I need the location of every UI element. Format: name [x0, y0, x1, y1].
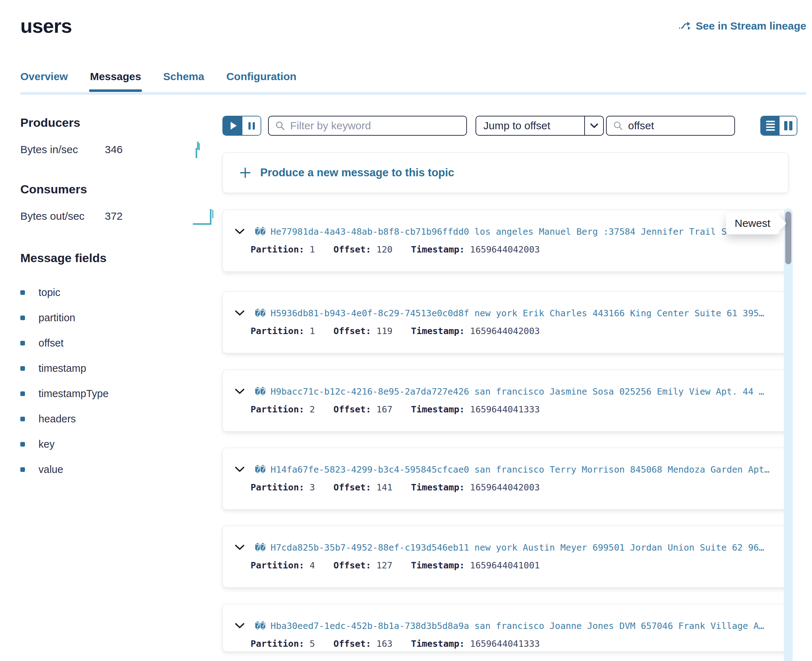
bytes-in-value: 346 — [105, 144, 123, 156]
newest-tooltip-label: Newest — [735, 217, 770, 229]
message-fields-list: topic partition offset timestamp — [20, 280, 206, 482]
offset-search-field — [606, 116, 735, 136]
message-preview: ��H9bacc71c-b12c-4216-8e95-2a7da727e426 … — [255, 386, 775, 397]
offset-meta: Offset:119 — [334, 326, 393, 336]
partition-meta: Partition:4 — [251, 560, 315, 570]
message-fields-block: Message fields topic partition offse — [20, 251, 206, 482]
field-label: headers — [38, 413, 76, 425]
partition-meta: Partition:2 — [251, 404, 315, 415]
topic-messages-page: users See in Stream lineage Overview Mes… — [0, 0, 812, 661]
expand-chevron-icon[interactable] — [235, 388, 245, 396]
message-preview-text: Hba30eed7-1edc-452b-8b1a-738d3b5d8a9a sa… — [271, 621, 764, 631]
field-bullet-icon — [20, 391, 25, 396]
timestamp-meta: Timestamp:1659644042003 — [411, 482, 540, 493]
message-preview: ��H5936db81-b943-4e0f-8c29-74513e0c0d8f … — [255, 308, 775, 318]
timestamp-meta: Timestamp:1659644041333 — [411, 639, 540, 649]
offset-search-input[interactable] — [628, 120, 734, 132]
tab-messages[interactable]: Messages — [90, 70, 141, 92]
jump-select-value: Jump to offset — [476, 120, 579, 132]
decode-error-glyphs: �� — [255, 308, 266, 318]
bytes-in-metric: Bytes in/sec 346 — [20, 141, 206, 159]
message-preview: ��He77981da-4a43-48ab-b8f8-cb71b96ffdd0 … — [255, 227, 775, 237]
message-field-item: partition — [20, 305, 206, 330]
search-icon — [275, 121, 285, 131]
stream-lineage-icon — [678, 21, 691, 31]
play-button[interactable] — [223, 117, 242, 135]
message-row[interactable]: ��H5936db81-b943-4e0f-8c29-74513e0c0d8f … — [223, 291, 788, 353]
keyword-filter-input[interactable] — [290, 120, 466, 132]
chevron-down-icon — [590, 123, 599, 128]
field-label: offset — [38, 337, 64, 349]
message-field-item: key — [20, 432, 206, 457]
play-icon — [231, 122, 237, 129]
message-meta: Partition:1 Offset:119 Timestamp:1659644… — [251, 326, 540, 336]
field-label: key — [38, 438, 54, 450]
expand-chevron-icon[interactable] — [235, 544, 245, 552]
offset-meta: Offset:120 — [334, 244, 393, 255]
lineage-link-label: See in Stream lineage — [696, 20, 806, 32]
message-row[interactable]: ��He77981da-4a43-48ab-b8f8-cb71b96ffdd0 … — [223, 210, 788, 272]
field-bullet-icon — [20, 467, 25, 472]
partition-meta: Partition:1 — [251, 326, 315, 336]
message-list-scrollbar-thumb[interactable] — [785, 212, 791, 264]
newest-tooltip: Newest — [726, 212, 780, 234]
see-in-stream-lineage-link[interactable]: See in Stream lineage — [678, 20, 806, 32]
decode-error-glyphs: �� — [255, 465, 266, 475]
expand-chevron-icon[interactable] — [235, 466, 245, 474]
message-preview-text: H5936db81-b943-4e0f-8c29-74513e0c0d8f ne… — [271, 308, 764, 318]
field-label: topic — [38, 287, 60, 299]
message-row[interactable]: ��H7cda825b-35b7-4952-88ef-c193d546eb11 … — [223, 526, 788, 588]
tab-bar: Overview Messages Schema Configuration — [20, 70, 806, 95]
consumer-sparkline-icon — [192, 206, 220, 228]
message-field-item: timestampType — [20, 381, 206, 406]
offset-meta: Offset:127 — [334, 560, 393, 570]
offset-meta: Offset:141 — [334, 482, 393, 493]
message-preview: ��H14fa67fe-5823-4299-b3c4-595845cfcae0 … — [255, 465, 775, 475]
jump-to-offset-select[interactable]: Jump to offset — [476, 116, 604, 136]
tab-overview[interactable]: Overview — [20, 70, 68, 92]
pause-icon — [248, 122, 251, 129]
timestamp-meta: Timestamp:1659644042003 — [411, 244, 540, 255]
field-bullet-icon — [20, 341, 25, 345]
partition-meta: Partition:1 — [251, 244, 315, 255]
message-row[interactable]: ��H14fa67fe-5823-4299-b3c4-595845cfcae0 … — [223, 448, 788, 509]
message-row[interactable]: ��Hba30eed7-1edc-452b-8b1a-738d3b5d8a9a … — [223, 604, 788, 652]
expand-chevron-icon[interactable] — [235, 228, 245, 236]
decode-error-glyphs: �� — [255, 543, 266, 553]
field-bullet-icon — [20, 290, 25, 295]
bytes-out-value: 372 — [105, 210, 123, 222]
field-bullet-icon — [20, 417, 25, 422]
tab-schema[interactable]: Schema — [163, 70, 204, 92]
list-view-button[interactable] — [761, 117, 780, 135]
decode-error-glyphs: �� — [255, 386, 266, 397]
keyword-filter-field — [268, 116, 467, 136]
tab-track-line — [20, 92, 806, 95]
expand-chevron-icon[interactable] — [235, 623, 245, 630]
column-view-button[interactable] — [780, 117, 797, 135]
messages-toolbar: Jump to offset — [223, 116, 797, 136]
message-list-scrollbar-track[interactable] — [784, 208, 793, 661]
offset-meta: Offset:163 — [334, 639, 393, 649]
message-row[interactable]: ��H9bacc71c-b12c-4216-8e95-2a7da727e426 … — [223, 370, 788, 432]
timestamp-meta: Timestamp:1659644041333 — [411, 404, 540, 415]
expand-chevron-icon[interactable] — [235, 310, 245, 317]
plus-icon — [240, 167, 251, 179]
producers-block: Producers Bytes in/sec 346 — [20, 116, 206, 159]
pause-button[interactable] — [242, 117, 261, 135]
tab-configuration[interactable]: Configuration — [226, 70, 296, 92]
field-bullet-icon — [20, 442, 25, 447]
bytes-out-label: Bytes out/sec — [20, 210, 105, 222]
produce-message-label: Produce a new message to this topic — [260, 166, 454, 179]
column-view-icon — [784, 121, 787, 130]
timestamp-meta: Timestamp:1659644041001 — [411, 560, 540, 570]
page-title: users — [20, 14, 72, 37]
sidebar: Producers Bytes in/sec 346 Consumers Byt… — [20, 116, 206, 482]
producers-heading: Producers — [20, 116, 206, 129]
message-meta: Partition:3 Offset:141 Timestamp:1659644… — [251, 482, 540, 493]
produce-message-button[interactable]: Produce a new message to this topic — [223, 152, 788, 193]
consumers-heading: Consumers — [20, 182, 206, 196]
list-view-icon — [766, 121, 775, 131]
select-chevron-segment[interactable] — [584, 117, 603, 135]
decode-error-glyphs: �� — [255, 621, 266, 631]
field-label: value — [38, 464, 63, 476]
